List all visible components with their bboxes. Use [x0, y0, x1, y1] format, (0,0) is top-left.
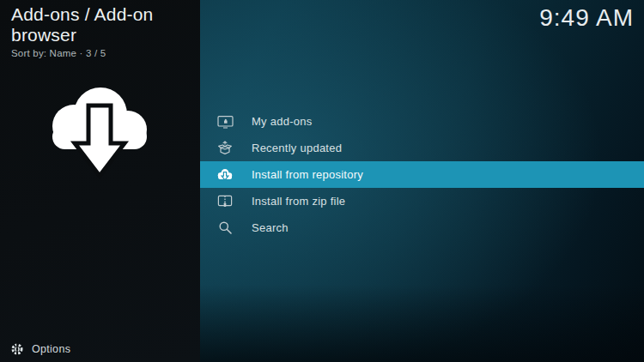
menu-item-install-from-zip-file[interactable]: Install from zip file: [200, 188, 644, 214]
cloud-download-icon: [216, 167, 234, 182]
addon-browser-menu: My add-ons Recently updated: [200, 108, 644, 241]
sort-status: Sort by: Name · 3 / 5: [11, 48, 200, 58]
search-icon: [216, 220, 234, 235]
menu-item-label: Install from repository: [252, 168, 363, 181]
menu-item-label: Search: [252, 221, 289, 234]
header: Add-ons / Add-on browser Sort by: Name ·…: [11, 4, 200, 58]
kodi-addon-browser-screen: 9:49 AM My add-ons Recently update: [0, 0, 644, 362]
zip-file-icon: [216, 194, 234, 208]
menu-item-recently-updated[interactable]: Recently updated: [200, 135, 644, 161]
menu-item-label: Recently updated: [252, 142, 342, 154]
menu-item-label: Install from zip file: [252, 195, 345, 208]
recently-updated-icon: [216, 141, 234, 155]
options-gear-icon: [10, 342, 24, 356]
menu-item-search[interactable]: Search: [200, 214, 644, 241]
clock: 9:49 AM: [539, 4, 634, 32]
options-button[interactable]: Options: [10, 342, 70, 356]
page-title: Add-ons / Add-on browser: [11, 4, 200, 45]
menu-item-my-addons[interactable]: My add-ons: [200, 108, 644, 135]
options-label: Options: [32, 343, 70, 355]
sidebar: Add-ons / Add-on browser Sort by: Name ·…: [0, 0, 200, 362]
my-addons-icon: [216, 114, 234, 129]
menu-item-install-from-repository[interactable]: Install from repository: [200, 161, 644, 188]
cloud-download-artwork: [43, 81, 155, 184]
menu-item-label: My add-ons: [252, 115, 312, 128]
